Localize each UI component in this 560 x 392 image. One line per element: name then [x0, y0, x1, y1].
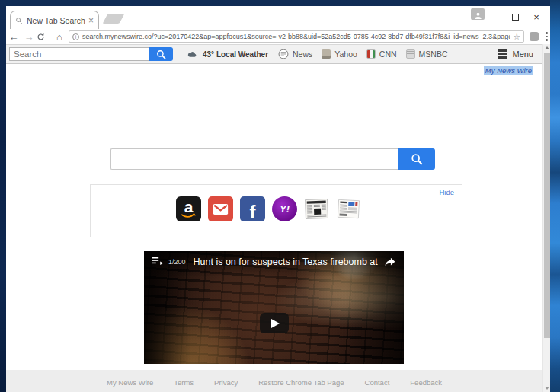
arrow-down-icon [545, 387, 549, 390]
msnbc-favicon-icon [406, 49, 415, 59]
footer-link-feedback[interactable]: Feedback [410, 378, 442, 387]
shortcut-newspaper-daily[interactable] [336, 196, 361, 221]
titlebar: New Tab Search × – × [6, 6, 550, 29]
weather-widget[interactable]: 43° Local Weather [187, 48, 268, 60]
footer-link-contact[interactable]: Contact [365, 378, 390, 387]
toolbar-link-label: Yahoo [334, 49, 357, 59]
footer-link-privacy[interactable]: Privacy [214, 378, 238, 387]
video-header: 1/200 Hunt is on for suspects in Texas f… [144, 251, 404, 277]
search-icon [411, 153, 423, 165]
arrow-up-icon [545, 46, 549, 49]
user-icon [474, 11, 482, 20]
home-button[interactable]: ⌂ [52, 32, 67, 42]
footer: My News Wire Terms Privacy Restore Chrom… [6, 370, 550, 392]
gmail-envelope-icon [213, 203, 229, 215]
toolbar-link-label: News [293, 49, 312, 59]
minimize-button[interactable]: – [483, 8, 504, 25]
newspaper-icon [304, 196, 329, 221]
toolbar-link-label: CNN [379, 49, 397, 59]
hamburger-icon [498, 49, 507, 58]
shortcut-yahoo[interactable]: Y! [272, 196, 297, 221]
shortcut-facebook[interactable]: f [240, 196, 265, 221]
scroll-up-button[interactable] [543, 44, 551, 52]
weather-label: 43° Local Weather [203, 50, 268, 59]
search-icon [156, 49, 166, 59]
toolbar-link-msnbc[interactable]: MSNBC [406, 49, 448, 59]
video-counter: 1/200 [168, 258, 186, 266]
video-player[interactable]: 1/200 Hunt is on for suspects in Texas f… [144, 251, 404, 364]
shortcut-newspaper-nytimes[interactable] [304, 196, 329, 221]
page-info-icon[interactable]: i [72, 33, 79, 40]
shortcut-icons: a f [176, 196, 361, 221]
shortcuts-panel: Hide a [90, 184, 462, 237]
menu-label: Menu [512, 49, 533, 59]
extension-icon[interactable] [530, 32, 539, 41]
browser-tab[interactable]: New Tab Search × [10, 11, 99, 29]
bookmark-star-icon[interactable]: ☆ [513, 32, 520, 42]
play-icon [271, 319, 280, 328]
footer-link-restore[interactable]: Restore Chrome Tab Page [258, 378, 344, 387]
footer-links: My News Wire Terms Privacy Restore Chrom… [6, 370, 542, 387]
main-search-button[interactable] [398, 148, 435, 170]
scroll-down-button[interactable] [543, 384, 551, 392]
chrome-menu-icon[interactable] [546, 32, 548, 41]
toolbar-link-yahoo[interactable]: Yahoo [322, 49, 357, 59]
new-tab-button[interactable] [103, 14, 125, 24]
forward-button[interactable]: → [21, 32, 37, 42]
window-controls: – × [483, 8, 547, 25]
tab-search-favicon-icon [15, 17, 23, 24]
tab-title: New Tab Search [27, 16, 85, 25]
amazon-smile-icon [180, 213, 197, 218]
toolbar-search [9, 47, 173, 61]
brand-highlight: My News Wire [484, 66, 533, 75]
desktop: New Tab Search × – × ← → [0, 0, 560, 392]
toolbar-link-news[interactable]: News [278, 49, 312, 59]
address-row: ← → ⌂ i search.mynewswire.co/?uc=2017042… [6, 29, 550, 44]
newspaper-icon [336, 196, 361, 221]
address-bar[interactable]: i search.mynewswire.co/?uc=20170422&ap=a… [69, 30, 524, 43]
toolbar-search-button[interactable] [149, 47, 173, 61]
yahoo-icon: Y! [280, 203, 290, 215]
refresh-button[interactable] [37, 33, 52, 41]
tab-close-icon[interactable]: × [88, 16, 94, 25]
facebook-icon: f [250, 204, 256, 221]
main-search-input[interactable] [110, 148, 398, 170]
hide-link[interactable]: Hide [439, 188, 454, 196]
desktop-wallpaper-strip [550, 0, 560, 392]
toolbar-link-label: MSNBC [419, 49, 448, 59]
close-button[interactable]: × [526, 8, 547, 25]
yahoo-favicon-icon [322, 49, 331, 59]
playlist-icon[interactable] [152, 257, 163, 266]
play-button[interactable] [260, 313, 289, 333]
extension-toolbar: 43° Local Weather News Yahoo [6, 44, 550, 64]
browser-window: New Tab Search × – × ← → [6, 6, 550, 392]
back-button[interactable]: ← [6, 32, 21, 42]
menu-button[interactable]: Menu [498, 48, 533, 60]
toolbar-search-input[interactable] [9, 47, 149, 61]
toolbar-link-cnn[interactable]: CNN [366, 49, 397, 59]
page-content: My News Wire Hide a [6, 64, 542, 370]
cnn-favicon-icon [366, 49, 376, 59]
footer-link-terms[interactable]: Terms [174, 378, 194, 387]
share-icon[interactable] [383, 257, 396, 267]
shortcut-amazon[interactable]: a [176, 196, 201, 221]
maximize-icon [512, 14, 519, 21]
main-search [110, 148, 435, 170]
cloud-icon [187, 51, 198, 58]
refresh-icon [37, 33, 45, 41]
news-icon [278, 49, 289, 59]
footer-link-my-news-wire[interactable]: My News Wire [107, 378, 153, 387]
scrollbar-thumb[interactable] [544, 53, 550, 338]
toolbar-links: News Yahoo CNN MSNBC [278, 48, 448, 60]
video-title: Hunt is on for suspects in Texas firebom… [194, 257, 378, 267]
scrollbar[interactable] [542, 44, 550, 392]
maximize-button[interactable] [504, 8, 526, 25]
url-text: search.mynewswire.co/?uc=20170422&ap=app… [82, 33, 510, 40]
amazon-icon: a [184, 199, 194, 215]
shortcut-gmail[interactable] [208, 196, 233, 221]
